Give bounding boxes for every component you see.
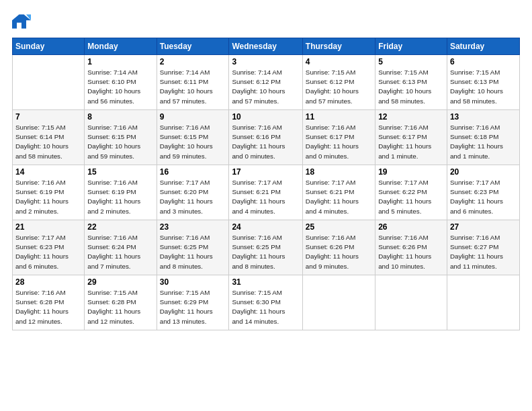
day-number: 6 bbox=[450, 57, 517, 66]
day-cell: 16Sunrise: 7:17 AMSunset: 6:20 PMDayligh… bbox=[157, 165, 229, 220]
day-info: Sunrise: 7:15 AMSunset: 6:14 PMDaylight:… bbox=[15, 123, 81, 161]
day-cell: 15Sunrise: 7:16 AMSunset: 6:19 PMDayligh… bbox=[85, 165, 157, 220]
day-number: 31 bbox=[232, 277, 299, 287]
day-cell: 9Sunrise: 7:16 AMSunset: 6:15 PMDaylight… bbox=[157, 110, 229, 165]
week-row-1: 1Sunrise: 7:14 AMSunset: 6:10 PMDaylight… bbox=[13, 55, 520, 110]
day-info: Sunrise: 7:14 AMSunset: 6:12 PMDaylight:… bbox=[232, 68, 299, 106]
day-number: 7 bbox=[15, 112, 81, 122]
day-number: 20 bbox=[450, 167, 517, 177]
day-cell: 4Sunrise: 7:15 AMSunset: 6:12 PMDaylight… bbox=[302, 55, 375, 110]
day-cell: 21Sunrise: 7:17 AMSunset: 6:23 PMDayligh… bbox=[13, 220, 85, 275]
day-number: 16 bbox=[160, 167, 226, 177]
day-cell: 31Sunrise: 7:15 AMSunset: 6:30 PMDayligh… bbox=[229, 275, 302, 330]
day-cell: 19Sunrise: 7:17 AMSunset: 6:22 PMDayligh… bbox=[375, 165, 447, 220]
day-cell: 12Sunrise: 7:16 AMSunset: 6:17 PMDayligh… bbox=[375, 110, 447, 165]
weekday-header-tuesday: Tuesday bbox=[157, 38, 229, 55]
logo bbox=[12, 12, 34, 31]
day-info: Sunrise: 7:16 AMSunset: 6:25 PMDaylight:… bbox=[160, 233, 226, 271]
day-number: 8 bbox=[87, 112, 153, 122]
day-cell: 6Sunrise: 7:15 AMSunset: 6:13 PMDaylight… bbox=[447, 55, 519, 110]
day-number: 10 bbox=[232, 112, 299, 122]
day-number: 18 bbox=[306, 167, 372, 177]
weekday-header-row: SundayMondayTuesdayWednesdayThursdayFrid… bbox=[13, 38, 520, 55]
weekday-header-wednesday: Wednesday bbox=[229, 38, 302, 55]
day-number: 11 bbox=[306, 112, 372, 122]
day-number: 28 bbox=[15, 277, 81, 287]
day-info: Sunrise: 7:16 AMSunset: 6:26 PMDaylight:… bbox=[306, 233, 372, 271]
header bbox=[12, 12, 520, 31]
day-number: 13 bbox=[450, 112, 517, 122]
day-info: Sunrise: 7:15 AMSunset: 6:13 PMDaylight:… bbox=[450, 68, 517, 106]
day-number: 14 bbox=[15, 167, 81, 177]
day-cell: 20Sunrise: 7:17 AMSunset: 6:23 PMDayligh… bbox=[447, 165, 519, 220]
day-info: Sunrise: 7:15 AMSunset: 6:30 PMDaylight:… bbox=[232, 288, 299, 326]
day-cell bbox=[13, 55, 85, 110]
day-info: Sunrise: 7:16 AMSunset: 6:28 PMDaylight:… bbox=[15, 288, 81, 326]
day-cell: 25Sunrise: 7:16 AMSunset: 6:26 PMDayligh… bbox=[302, 220, 375, 275]
day-cell: 2Sunrise: 7:14 AMSunset: 6:11 PMDaylight… bbox=[157, 55, 229, 110]
day-cell: 29Sunrise: 7:15 AMSunset: 6:28 PMDayligh… bbox=[85, 275, 157, 330]
day-cell: 1Sunrise: 7:14 AMSunset: 6:10 PMDaylight… bbox=[85, 55, 157, 110]
day-info: Sunrise: 7:15 AMSunset: 6:28 PMDaylight:… bbox=[87, 288, 153, 326]
day-cell: 26Sunrise: 7:16 AMSunset: 6:26 PMDayligh… bbox=[375, 220, 447, 275]
day-number: 2 bbox=[160, 57, 226, 66]
day-cell: 24Sunrise: 7:16 AMSunset: 6:25 PMDayligh… bbox=[229, 220, 302, 275]
day-info: Sunrise: 7:16 AMSunset: 6:19 PMDaylight:… bbox=[15, 178, 81, 216]
day-number: 17 bbox=[232, 167, 299, 177]
weekday-header-friday: Friday bbox=[375, 38, 447, 55]
day-number: 21 bbox=[15, 222, 81, 232]
day-number: 22 bbox=[87, 222, 153, 232]
day-info: Sunrise: 7:16 AMSunset: 6:25 PMDaylight:… bbox=[232, 233, 299, 271]
day-info: Sunrise: 7:16 AMSunset: 6:15 PMDaylight:… bbox=[160, 123, 226, 161]
day-number: 9 bbox=[160, 112, 226, 122]
day-info: Sunrise: 7:14 AMSunset: 6:11 PMDaylight:… bbox=[160, 68, 226, 106]
day-cell: 14Sunrise: 7:16 AMSunset: 6:19 PMDayligh… bbox=[13, 165, 85, 220]
day-number: 27 bbox=[450, 222, 517, 232]
day-cell: 3Sunrise: 7:14 AMSunset: 6:12 PMDaylight… bbox=[229, 55, 302, 110]
day-cell: 27Sunrise: 7:16 AMSunset: 6:27 PMDayligh… bbox=[447, 220, 519, 275]
day-number: 1 bbox=[87, 57, 153, 66]
day-number: 3 bbox=[232, 57, 299, 66]
day-number: 24 bbox=[232, 222, 299, 232]
day-info: Sunrise: 7:15 AMSunset: 6:29 PMDaylight:… bbox=[160, 288, 226, 326]
day-cell: 5Sunrise: 7:15 AMSunset: 6:13 PMDaylight… bbox=[375, 55, 447, 110]
day-cell: 22Sunrise: 7:16 AMSunset: 6:24 PMDayligh… bbox=[85, 220, 157, 275]
day-info: Sunrise: 7:15 AMSunset: 6:13 PMDaylight:… bbox=[378, 68, 444, 106]
week-row-4: 21Sunrise: 7:17 AMSunset: 6:23 PMDayligh… bbox=[13, 220, 520, 275]
week-row-2: 7Sunrise: 7:15 AMSunset: 6:14 PMDaylight… bbox=[13, 110, 520, 165]
day-info: Sunrise: 7:15 AMSunset: 6:12 PMDaylight:… bbox=[306, 68, 372, 106]
day-number: 4 bbox=[306, 57, 372, 66]
day-cell bbox=[302, 275, 375, 330]
weekday-header-monday: Monday bbox=[85, 38, 157, 55]
day-info: Sunrise: 7:16 AMSunset: 6:18 PMDaylight:… bbox=[450, 123, 517, 161]
day-info: Sunrise: 7:16 AMSunset: 6:17 PMDaylight:… bbox=[306, 123, 372, 161]
day-info: Sunrise: 7:17 AMSunset: 6:20 PMDaylight:… bbox=[160, 178, 226, 216]
day-cell bbox=[375, 275, 447, 330]
day-info: Sunrise: 7:17 AMSunset: 6:21 PMDaylight:… bbox=[306, 178, 372, 216]
day-number: 26 bbox=[378, 222, 444, 232]
day-cell: 10Sunrise: 7:16 AMSunset: 6:16 PMDayligh… bbox=[229, 110, 302, 165]
page: SundayMondayTuesdayWednesdayThursdayFrid… bbox=[0, 0, 532, 411]
day-info: Sunrise: 7:17 AMSunset: 6:22 PMDaylight:… bbox=[378, 178, 444, 216]
day-cell: 11Sunrise: 7:16 AMSunset: 6:17 PMDayligh… bbox=[302, 110, 375, 165]
day-info: Sunrise: 7:16 AMSunset: 6:26 PMDaylight:… bbox=[378, 233, 444, 271]
day-info: Sunrise: 7:16 AMSunset: 6:24 PMDaylight:… bbox=[87, 233, 153, 271]
day-cell: 28Sunrise: 7:16 AMSunset: 6:28 PMDayligh… bbox=[13, 275, 85, 330]
day-info: Sunrise: 7:17 AMSunset: 6:23 PMDaylight:… bbox=[15, 233, 81, 271]
weekday-header-sunday: Sunday bbox=[13, 38, 85, 55]
day-info: Sunrise: 7:14 AMSunset: 6:10 PMDaylight:… bbox=[87, 68, 153, 106]
day-info: Sunrise: 7:16 AMSunset: 6:19 PMDaylight:… bbox=[87, 178, 153, 216]
day-cell: 23Sunrise: 7:16 AMSunset: 6:25 PMDayligh… bbox=[157, 220, 229, 275]
day-cell bbox=[447, 275, 519, 330]
day-cell: 18Sunrise: 7:17 AMSunset: 6:21 PMDayligh… bbox=[302, 165, 375, 220]
week-row-3: 14Sunrise: 7:16 AMSunset: 6:19 PMDayligh… bbox=[13, 165, 520, 220]
calendar-table: SundayMondayTuesdayWednesdayThursdayFrid… bbox=[12, 38, 520, 330]
day-info: Sunrise: 7:16 AMSunset: 6:16 PMDaylight:… bbox=[232, 123, 299, 161]
weekday-header-thursday: Thursday bbox=[302, 38, 375, 55]
day-info: Sunrise: 7:17 AMSunset: 6:21 PMDaylight:… bbox=[232, 178, 299, 216]
logo-icon bbox=[12, 12, 31, 31]
day-info: Sunrise: 7:16 AMSunset: 6:17 PMDaylight:… bbox=[378, 123, 444, 161]
day-number: 15 bbox=[87, 167, 153, 177]
day-cell: 13Sunrise: 7:16 AMSunset: 6:18 PMDayligh… bbox=[447, 110, 519, 165]
day-number: 5 bbox=[378, 57, 444, 66]
